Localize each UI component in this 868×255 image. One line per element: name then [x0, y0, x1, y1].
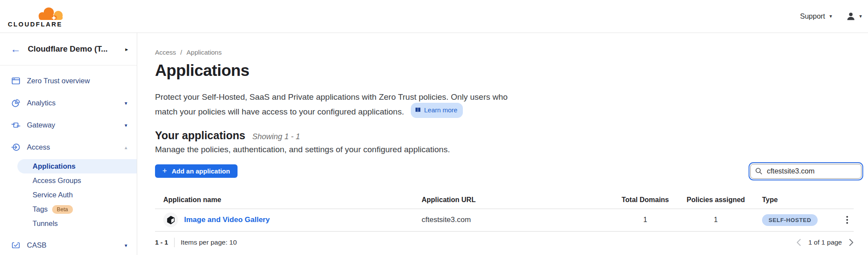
- chevron-down-icon: ▼: [828, 14, 833, 19]
- access-login-icon: [11, 143, 20, 152]
- search-icon: [755, 167, 762, 175]
- beta-badge: Beta: [52, 205, 73, 214]
- search-box: [750, 164, 861, 179]
- footer-divider: [174, 238, 175, 247]
- col-application-name: Application name: [163, 196, 422, 204]
- applications-table: Application name Application URL Total D…: [155, 192, 854, 232]
- casb-check-icon: [11, 241, 20, 250]
- book-icon: [415, 107, 421, 113]
- sidebar-item-label: Gateway: [27, 121, 118, 129]
- kebab-dot: [846, 222, 848, 224]
- account-name: Cloudflare Demo (T...: [28, 44, 118, 54]
- breadcrumb-separator: /: [180, 49, 182, 56]
- expand-right-icon[interactable]: ▸: [125, 46, 128, 52]
- learn-more-label: Learn more: [424, 104, 458, 117]
- policies-assigned-cell: 1: [671, 216, 760, 224]
- pagination: 1 of 1 page: [796, 239, 854, 246]
- col-application-url: Application URL: [422, 196, 619, 204]
- sidebar-item-analytics[interactable]: Analytics ▾: [0, 92, 137, 114]
- app-window: CLOUDFLARE Support ▼ ▼ ← Cloudflare Demo…: [0, 0, 868, 255]
- table-row: Image and Video Gallery cftestsite3.com …: [155, 209, 854, 232]
- application-name-cell: Image and Video Gallery: [163, 212, 422, 227]
- section-head: Your applications Showing 1 - 1: [155, 129, 854, 142]
- sidebar-item-label: CASB: [27, 241, 118, 249]
- sidebar-subitem-label: Tags: [33, 205, 48, 213]
- plus-icon: +: [162, 167, 167, 175]
- toolbar: + Add an application: [155, 163, 854, 181]
- application-url-cell: cftestsite3.com: [422, 216, 619, 224]
- analytics-pie-icon: [11, 98, 20, 108]
- chevron-down-icon: ▾: [125, 242, 127, 248]
- add-application-label: Add an application: [172, 167, 230, 175]
- items-per-page: Items per page: 10: [181, 239, 237, 246]
- cloudflare-logo[interactable]: CLOUDFLARE: [8, 4, 66, 30]
- sidebar-nav: Zero Trust overview Analytics ▾: [0, 65, 137, 255]
- col-type: Type: [760, 196, 841, 204]
- table-footer: 1 - 1 Items per page: 10 1 of 1 page: [155, 232, 854, 253]
- sidebar-item-tunnels[interactable]: Tunnels: [0, 216, 137, 231]
- sidebar-item-label: Zero Trust overview: [27, 77, 127, 85]
- back-arrow-icon[interactable]: ←: [10, 44, 21, 54]
- items-range: 1 - 1: [155, 239, 168, 246]
- application-link[interactable]: Image and Video Gallery: [184, 216, 270, 224]
- page-description-line2: match your policies will have access to …: [155, 107, 404, 116]
- next-page-icon[interactable]: [849, 239, 854, 246]
- sidebar-item-label: Analytics: [27, 99, 118, 107]
- kebab-dot: [846, 219, 848, 221]
- overview-window-icon: [11, 76, 20, 85]
- sidebar-item-applications[interactable]: Applications: [17, 159, 137, 173]
- footer-left: 1 - 1 Items per page: 10: [155, 238, 237, 247]
- chevron-down-icon: ▾: [125, 122, 127, 128]
- kebab-dot: [846, 216, 848, 218]
- col-policies-assigned: Policies assigned: [671, 196, 760, 204]
- sidebar-account-header: ← Cloudflare Demo (T... ▸: [0, 33, 137, 65]
- page-description: Protect your Self-Hosted, SaaS and Priva…: [155, 91, 854, 119]
- add-application-button[interactable]: + Add an application: [155, 164, 238, 178]
- chevron-up-icon: ▴: [125, 144, 127, 150]
- table-header: Application name Application URL Total D…: [155, 192, 854, 209]
- sidebar-subitem-label: Access Groups: [33, 177, 81, 185]
- search-input[interactable]: [766, 167, 857, 176]
- page-indicator: 1 of 1 page: [808, 239, 842, 246]
- section-subtext: Manage the policies, authentication, and…: [155, 145, 854, 154]
- showing-count: Showing 1 - 1: [252, 132, 300, 141]
- main-content: Access / Applications Applications Prote…: [137, 33, 868, 255]
- chevron-down-icon: ▼: [858, 14, 863, 19]
- cloudflare-cloud-icon: [36, 6, 66, 22]
- sidebar: ← Cloudflare Demo (T... ▸ Zero Trust ove…: [0, 33, 137, 255]
- gateway-icon: [11, 121, 20, 130]
- sidebar-subitem-label: Service Auth: [33, 191, 73, 199]
- breadcrumb-access[interactable]: Access: [155, 49, 176, 56]
- sidebar-item-access-groups[interactable]: Access Groups: [0, 173, 137, 188]
- user-icon: [846, 11, 856, 21]
- sidebar-subitem-label: Applications: [33, 162, 76, 170]
- application-cube-icon: [163, 212, 178, 227]
- learn-more-link[interactable]: Learn more: [411, 103, 463, 118]
- type-cell: SELF-HOSTED: [760, 214, 841, 226]
- sidebar-item-access[interactable]: Access ▴: [0, 136, 137, 158]
- topbar-right: Support ▼ ▼: [800, 11, 864, 21]
- user-menu[interactable]: ▼: [846, 11, 863, 21]
- sidebar-item-gateway[interactable]: Gateway ▾: [0, 114, 137, 136]
- total-domains-cell: 1: [619, 216, 671, 224]
- page-description-line1: Protect your Self-Hosted, SaaS and Priva…: [155, 91, 854, 104]
- sidebar-item-tags[interactable]: Tags Beta: [0, 202, 137, 216]
- sidebar-item-zero-trust-overview[interactable]: Zero Trust overview: [0, 70, 137, 92]
- support-menu[interactable]: Support ▼: [800, 12, 833, 20]
- sidebar-item-casb[interactable]: CASB ▾: [0, 234, 137, 255]
- breadcrumb: Access / Applications: [155, 49, 854, 56]
- sidebar-item-service-auth[interactable]: Service Auth: [0, 188, 137, 202]
- chevron-down-icon: ▾: [125, 100, 127, 106]
- section-heading: Your applications: [155, 129, 245, 142]
- page-title: Applications: [155, 62, 854, 80]
- previous-page-icon[interactable]: [796, 239, 801, 246]
- sidebar-subitem-label: Tunnels: [33, 219, 58, 228]
- col-total-domains: Total Domains: [619, 196, 671, 204]
- type-badge: SELF-HOSTED: [762, 214, 818, 226]
- breadcrumb-applications[interactable]: Applications: [187, 49, 222, 56]
- row-actions-kebab-icon[interactable]: [841, 216, 854, 224]
- sidebar-item-label: Access: [27, 143, 118, 151]
- support-label: Support: [800, 12, 825, 20]
- topbar: CLOUDFLARE Support ▼ ▼: [0, 0, 868, 33]
- access-subnav: Applications Access Groups Service Auth …: [0, 159, 137, 231]
